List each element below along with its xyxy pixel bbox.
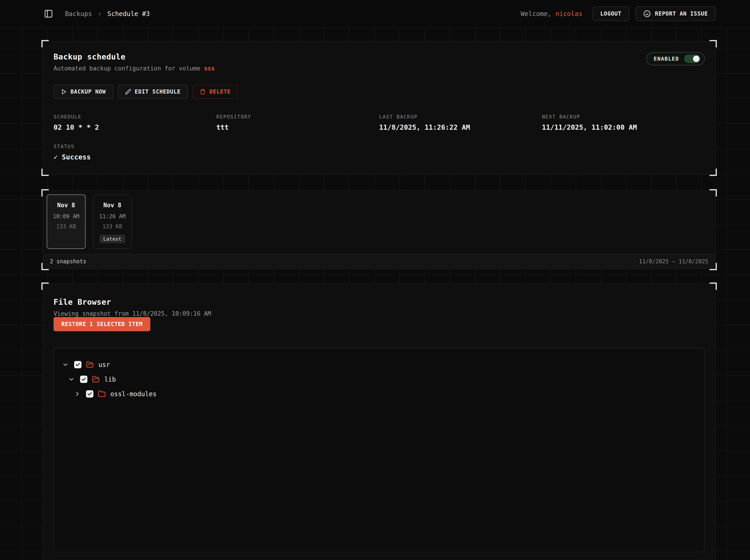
checkbox-checked[interactable]: [74, 361, 81, 368]
enabled-toggle[interactable]: ENABLED: [646, 52, 705, 65]
field-value: 02 10 * * 2: [54, 123, 216, 131]
folder-open-icon: [92, 375, 100, 383]
breadcrumb-current-page: Schedule #3: [107, 10, 150, 18]
trash-icon: [200, 89, 206, 95]
checkbox-checked[interactable]: [80, 376, 87, 383]
schedule-panel-titles: Backup schedule Automated backup configu…: [54, 52, 215, 72]
edit-schedule-button[interactable]: EDIT SCHEDULE: [118, 85, 188, 99]
schedule-panel-subtitle: Automated backup configuration for volum…: [54, 65, 215, 72]
corner-bracket: [41, 40, 49, 47]
folder-icon: [98, 390, 106, 398]
breadcrumb: Backups › Schedule #3: [65, 10, 150, 18]
tree-row-usr[interactable]: usr: [61, 357, 697, 372]
tree-row-lib[interactable]: lib: [61, 372, 697, 386]
corner-bracket: [710, 282, 717, 290]
restore-button[interactable]: RESTORE 1 SELECTED ITEM: [54, 317, 150, 331]
toggle-switch[interactable]: [684, 55, 700, 63]
report-issue-label: REPORT AN ISSUE: [655, 11, 708, 17]
file-browser-panel: File Browser Viewing snapshot from 11/8/…: [43, 284, 716, 560]
checkbox-checked[interactable]: [86, 390, 93, 398]
tree-item-label: ossl-modules: [110, 390, 157, 398]
schedule-panel-title: Backup schedule: [54, 52, 215, 61]
collapse-toggle[interactable]: [67, 376, 76, 383]
field-label: REPOSITORY: [216, 114, 379, 120]
snapshots-panel: Nov 8 10:09 AM 133 KB Nov 8 11:26 AM 133…: [43, 190, 716, 269]
delete-label: DELETE: [209, 88, 231, 95]
file-browser-subtitle: Viewing snapshot from 11/8/2025, 10:09:1…: [54, 310, 705, 317]
latest-badge: Latest: [100, 235, 125, 243]
logout-button[interactable]: LOGOUT: [593, 6, 629, 21]
edit-schedule-label: EDIT SCHEDULE: [135, 88, 181, 95]
report-issue-button[interactable]: REPORT AN ISSUE: [636, 6, 716, 21]
top-bar-left: Backups › Schedule #3: [43, 8, 150, 20]
field-label: SCHEDULE: [54, 114, 216, 120]
field-last-backup: LAST BACKUP 11/8/2025, 11:26:22 AM: [379, 114, 542, 131]
collapse-toggle[interactable]: [61, 361, 70, 368]
corner-bracket: [710, 40, 717, 47]
schedule-panel-header: Backup schedule Automated backup configu…: [54, 52, 705, 72]
delete-button[interactable]: DELETE: [193, 85, 238, 99]
corner-bracket: [41, 282, 49, 290]
breadcrumb-backups[interactable]: Backups: [65, 10, 92, 18]
pencil-icon: [125, 89, 131, 95]
chevron-right-icon: [74, 391, 81, 397]
panel-left-icon: [44, 9, 53, 18]
toggle-knob: [693, 56, 699, 62]
snapshot-card-latest[interactable]: Nov 8 11:26 AM 133 KB Latest: [93, 195, 132, 249]
username: nicolas: [555, 10, 583, 18]
snapshot-date-range: 11/8/2025 – 11/8/2025: [639, 258, 708, 265]
file-tree: usr lib ossl-modules: [54, 348, 705, 552]
folder-open-icon: [86, 361, 94, 368]
snapshot-date: Nov 8: [57, 202, 75, 208]
field-value: ttt: [216, 123, 379, 131]
tree-item-label: usr: [98, 361, 110, 368]
field-label: LAST BACKUP: [379, 114, 542, 120]
file-browser-titles: File Browser Viewing snapshot from 11/8/…: [54, 297, 705, 317]
status-value: ✓ Success: [54, 153, 216, 161]
subtitle-prefix: Automated backup configuration for volum…: [54, 65, 204, 72]
file-browser-header: File Browser Viewing snapshot from 11/8/…: [54, 297, 705, 331]
snapshot-time: 11:26 AM: [99, 213, 125, 220]
breadcrumb-separator-icon: ›: [97, 10, 102, 17]
schedule-fields: SCHEDULE 02 10 * * 2 REPOSITORY ttt LAST…: [54, 114, 705, 161]
field-repository: REPOSITORY ttt: [216, 114, 379, 131]
chevron-down-icon: [62, 361, 69, 368]
corner-bracket: [710, 168, 717, 176]
field-label: STATUS: [54, 144, 216, 149]
snapshot-time: 10:09 AM: [53, 213, 79, 220]
frown-circle-icon: [644, 10, 651, 17]
field-schedule: SCHEDULE 02 10 * * 2: [54, 114, 216, 131]
check-icon: ✓: [54, 153, 58, 161]
file-browser-title: File Browser: [54, 297, 705, 306]
backup-now-button[interactable]: BACKUP NOW: [54, 85, 113, 99]
top-bar-right: Welcome, nicolas LOGOUT REPORT AN ISSUE: [521, 6, 716, 21]
main-content: Backup schedule Automated backup configu…: [0, 28, 750, 560]
snapshot-count: 2 snapshots: [50, 258, 86, 265]
field-value: 11/8/2025, 11:26:22 AM: [379, 123, 542, 131]
snapshot-list: Nov 8 10:09 AM 133 KB Nov 8 11:26 AM 133…: [43, 191, 715, 254]
welcome-prefix: Welcome,: [521, 10, 555, 18]
backup-now-label: BACKUP NOW: [71, 88, 106, 95]
status-text: Success: [62, 153, 91, 161]
snapshot-date: Nov 8: [103, 202, 121, 208]
snapshots-footer: 2 snapshots 11/8/2025 – 11/8/2025: [43, 254, 715, 268]
field-label: NEXT BACKUP: [542, 114, 705, 120]
field-next-backup: NEXT BACKUP 11/11/2025, 11:02:00 AM: [542, 114, 705, 131]
backup-schedule-panel: Backup schedule Automated backup configu…: [43, 41, 716, 175]
volume-name: sss: [204, 65, 215, 72]
snapshot-card-selected[interactable]: Nov 8 10:09 AM 133 KB: [47, 195, 85, 249]
check-icon: [75, 362, 80, 367]
top-bar: Backups › Schedule #3 Welcome, nicolas L…: [0, 0, 750, 28]
check-icon: [81, 377, 86, 382]
play-icon: [61, 89, 67, 95]
snapshot-size: 133 KB: [56, 223, 76, 230]
tree-item-label: lib: [104, 376, 116, 383]
check-icon: [87, 392, 92, 396]
tree-row-ossl-modules[interactable]: ossl-modules: [61, 386, 697, 401]
corner-bracket: [41, 168, 49, 176]
chevron-down-icon: [68, 376, 75, 383]
sidebar-toggle-button[interactable]: [43, 8, 55, 20]
field-status: STATUS ✓ Success: [54, 144, 216, 161]
expand-toggle[interactable]: [73, 391, 81, 397]
enabled-label: ENABLED: [654, 56, 679, 62]
